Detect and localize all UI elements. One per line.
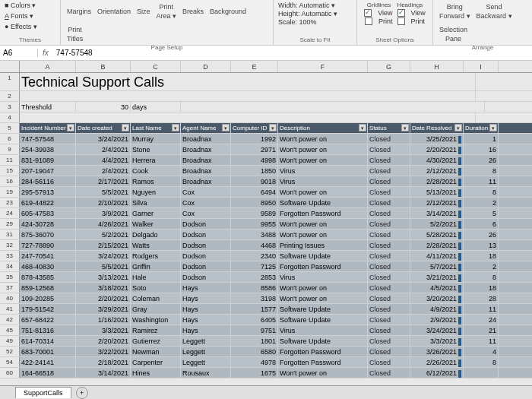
table-header-row: 5 Incident Number▾ Date created▾ Last Na… bbox=[0, 123, 532, 134]
col-D[interactable]: D bbox=[181, 61, 231, 72]
margins-btn[interactable]: Margins bbox=[65, 6, 93, 17]
headings-print-cb[interactable] bbox=[397, 17, 405, 25]
hdr-incident: Incident Number▾ bbox=[20, 123, 76, 133]
themes-label: Themes bbox=[5, 36, 55, 43]
bring-forward-btn[interactable]: BringForward ▾ bbox=[438, 2, 472, 21]
headings-view-cb[interactable] bbox=[397, 9, 405, 17]
arrange-label: Arrange bbox=[438, 44, 527, 51]
height-val[interactable]: Automatic bbox=[302, 10, 332, 17]
ribbon: ■ Colors ▾ A Fonts ▾ ● Effects ▾ Themes … bbox=[0, 0, 532, 46]
formula-value[interactable]: 747-57548 bbox=[53, 49, 96, 57]
orientation-btn[interactable]: Orientation bbox=[96, 6, 132, 17]
table-row[interactable]: 31 875-36070 5/2/2021 Delgado Dodson 348… bbox=[0, 230, 532, 240]
col-A[interactable]: A bbox=[20, 61, 76, 72]
fx-icon[interactable]: fx bbox=[38, 49, 53, 57]
threshold-label: Threshold bbox=[20, 102, 76, 112]
gridlines-view-cb[interactable] bbox=[364, 9, 372, 17]
print-titles-btn[interactable]: PrintTitles bbox=[65, 24, 84, 44]
hdr-cid: Computer ID▾ bbox=[231, 123, 278, 133]
page-title: Technical Support Calls bbox=[20, 73, 476, 90]
col-H[interactable]: H bbox=[410, 61, 464, 72]
table-row[interactable]: 34 468-40830 5/5/2021 Griffin Dodson 712… bbox=[0, 261, 532, 272]
table-row[interactable]: 29 424-30728 4/26/2021 Walker Dodson 995… bbox=[0, 219, 532, 230]
table-row[interactable]: 42 657-68422 1/16/2021 Washington Hays 6… bbox=[0, 315, 532, 325]
scale-label: Scale to Fit bbox=[278, 36, 352, 43]
hdr-desc: Description▾ bbox=[278, 123, 368, 133]
background-btn[interactable]: Background bbox=[208, 6, 248, 17]
table-row[interactable]: 52 683-70001 3/22/2021 Newman Leggett 65… bbox=[0, 347, 532, 357]
sheet-options-label: Sheet Options bbox=[362, 36, 428, 43]
colors-btn[interactable]: ■ Colors ▾ bbox=[5, 2, 36, 9]
name-box[interactable]: A6 bbox=[0, 49, 38, 57]
table-row[interactable]: 35 878-43585 3/13/2021 Hale Dodson 2853 … bbox=[0, 272, 532, 283]
sheet-tabs: SupportCalls + bbox=[0, 385, 532, 399]
table-row[interactable]: 54 422-24141 2/18/2021 Carpenter Leggett… bbox=[0, 357, 532, 368]
scale-val[interactable]: 100% bbox=[299, 18, 317, 26]
page-setup-label: Page Setup bbox=[65, 44, 268, 51]
table-row[interactable]: 60 164-66518 3/14/2021 Hines Rousaux 167… bbox=[0, 368, 532, 378]
table-row[interactable]: 37 859-12568 3/18/2021 Soto Hays 8586 Wo… bbox=[0, 283, 532, 293]
hdr-duration: Duration▾ bbox=[464, 123, 499, 133]
table-row[interactable]: 15 207-19047 2/4/2021 Cook Broadnax 1850… bbox=[0, 166, 532, 176]
fonts-btn[interactable]: A Fonts ▾ bbox=[5, 12, 33, 20]
hdr-lastname: Last Name▾ bbox=[131, 123, 181, 133]
table-row[interactable]: 24 605-47583 3/9/2021 Garner Cox 9589 Fo… bbox=[0, 208, 532, 219]
hdr-status: Status▾ bbox=[368, 123, 410, 133]
hdr-date: Date created▾ bbox=[76, 123, 131, 133]
send-backward-btn[interactable]: SendBackward ▾ bbox=[475, 2, 514, 21]
table-row[interactable]: 49 614-70314 2/20/2021 Gutierrez Leggett… bbox=[0, 336, 532, 347]
size-btn[interactable]: Size bbox=[135, 6, 152, 17]
print-area-btn[interactable]: PrintArea ▾ bbox=[155, 2, 179, 21]
table-row[interactable]: 41 179-51542 3/29/2021 Gray Hays 1577 So… bbox=[0, 304, 532, 315]
threshold-unit: days bbox=[131, 102, 181, 112]
add-sheet-btn[interactable]: + bbox=[76, 387, 88, 399]
col-G[interactable]: G bbox=[368, 61, 410, 72]
table-row[interactable]: 32 727-78890 2/15/2021 Watts Dodson 4468… bbox=[0, 240, 532, 251]
table-row[interactable]: 45 751-81316 3/3/2021 Ramirez Hays 9751 … bbox=[0, 325, 532, 336]
table-row[interactable]: 6 747-57548 3/24/2021 Murray Broadnax 19… bbox=[0, 134, 532, 144]
gridlines-print-cb[interactable] bbox=[365, 17, 372, 25]
col-I[interactable]: I bbox=[464, 61, 499, 72]
effects-btn[interactable]: ● Effects ▾ bbox=[5, 23, 37, 30]
width-val[interactable]: Automatic bbox=[299, 2, 330, 9]
hdr-resolved: Date Resolved▾ bbox=[410, 123, 464, 133]
table-row[interactable]: 16 284-56116 2/17/2021 Ramos Broadnax 90… bbox=[0, 176, 532, 187]
column-headers: A B C D E F G H I bbox=[0, 61, 532, 73]
breaks-btn[interactable]: Breaks bbox=[181, 6, 205, 17]
table-row[interactable]: 19 295-57913 5/5/2021 Nguyen Cox 6494 Wo… bbox=[0, 187, 532, 198]
col-F[interactable]: F bbox=[278, 61, 368, 72]
threshold-value: 30 bbox=[76, 102, 131, 112]
hdr-agent: Agent Name▾ bbox=[181, 123, 231, 133]
col-B[interactable]: B bbox=[76, 61, 131, 72]
table-row[interactable]: 23 619-44822 2/10/2021 Silva Cox 8950 So… bbox=[0, 198, 532, 208]
col-C[interactable]: C bbox=[131, 61, 181, 72]
filter-icon[interactable]: ▾ bbox=[67, 124, 74, 131]
grid[interactable]: 1Technical Support Calls 2 3 Threshold 3… bbox=[0, 73, 532, 378]
table-row[interactable]: 40 109-20285 2/20/2021 Coleman Hays 3198… bbox=[0, 293, 532, 304]
tab-supportcalls[interactable]: SupportCalls bbox=[15, 387, 71, 398]
col-E[interactable]: E bbox=[231, 61, 278, 72]
selection-pane-btn[interactable]: SelectionPane bbox=[438, 24, 469, 44]
table-row[interactable]: 11 831-91089 4/4/2021 Herrera Broadnax 4… bbox=[0, 155, 532, 166]
table-row[interactable]: 9 254-39938 2/4/2021 Stone Broadnax 2971… bbox=[0, 144, 532, 155]
table-row[interactable]: 33 247-70541 3/24/2021 Rodgers Dodson 23… bbox=[0, 251, 532, 261]
